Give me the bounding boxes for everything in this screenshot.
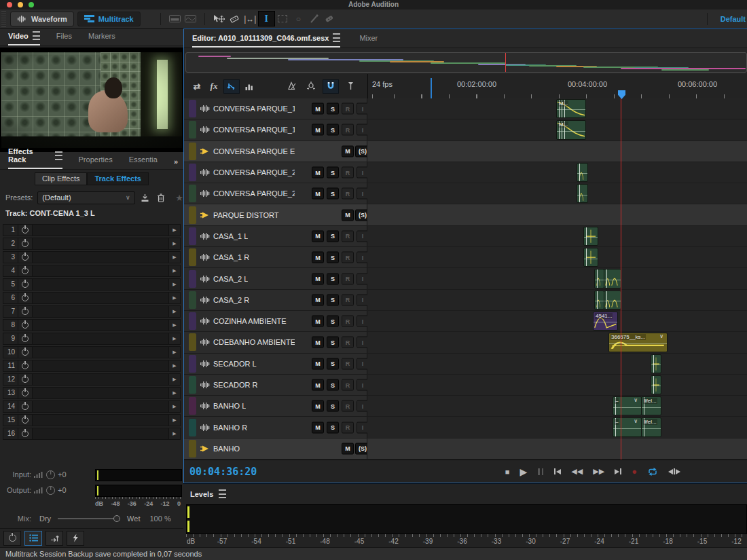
panel-menu-icon[interactable] (333, 33, 340, 42)
track-lane[interactable] (367, 375, 747, 395)
track-name[interactable]: CONVERSA PARQUE_2 L (213, 168, 295, 176)
slot-arrow-icon[interactable]: ▶ (168, 225, 180, 236)
slot-arrow-icon[interactable]: ▶ (168, 238, 180, 249)
effect-slot-field[interactable] (33, 428, 168, 439)
chevron-down-icon[interactable]: ∨ (634, 397, 638, 403)
track-name[interactable]: CASA_1 R (213, 253, 249, 261)
slot-arrow-icon[interactable]: ▶ (168, 279, 180, 290)
slot-arrow-icon[interactable]: ▶ (168, 333, 180, 344)
track-r-button[interactable]: R (342, 167, 354, 179)
track-name[interactable]: CONVERSA PARQUE_1 L (213, 105, 295, 113)
ibeam-tool[interactable]: I (258, 11, 275, 26)
track-header[interactable]: CASA_2 RMSRI (184, 290, 367, 310)
track-name[interactable]: BANHO L (213, 402, 246, 410)
slot-arrow-icon[interactable]: ▶ (168, 388, 180, 398)
input-gain-knob[interactable] (46, 470, 55, 479)
preset-select[interactable]: (Default) ∨ (37, 191, 134, 204)
track-r-button[interactable]: R (342, 422, 354, 433)
tab-effects-rack[interactable]: Effects Rack (8, 147, 62, 169)
power-icon[interactable] (18, 320, 33, 331)
track-m-button[interactable]: M (312, 124, 324, 136)
audio-clip[interactable]: lifel... (641, 396, 661, 415)
track-lane[interactable] (367, 247, 747, 267)
track-r-button[interactable]: R (342, 273, 354, 284)
track-m-button[interactable]: M (312, 103, 324, 115)
audio-clip[interactable]: –∨ (613, 417, 642, 436)
track-r-button[interactable]: R (342, 358, 354, 369)
track-m-button[interactable]: M (312, 252, 324, 263)
track-lane[interactable] (367, 162, 747, 183)
effect-slot[interactable]: 5▶ (3, 278, 181, 291)
pause-button[interactable] (537, 468, 544, 475)
track-name[interactable]: CDEBANHO AMBIENTE (213, 338, 295, 346)
track-s-button[interactable]: S (327, 316, 339, 327)
audio-clip[interactable]: 366575__ks...∨ (608, 333, 668, 352)
track-effects-button[interactable]: Track Effects (87, 172, 148, 185)
track-m-button[interactable]: M (312, 167, 324, 179)
effect-slot[interactable]: 15▶ (3, 414, 181, 426)
track-name[interactable]: CONVERSA PARQUE_2 R (213, 189, 295, 198)
panel-menu-icon[interactable] (55, 151, 62, 160)
video-preview[interactable] (0, 48, 183, 152)
track-m-button[interactable]: M (312, 230, 324, 242)
track-header[interactable]: CASA_1 RMSRI (184, 247, 367, 267)
power-icon[interactable] (18, 415, 33, 426)
track-header[interactable]: CASA_1 LMSRI (184, 226, 367, 246)
record-button[interactable]: ● (632, 466, 637, 477)
effect-slot-field[interactable] (33, 401, 168, 412)
track-lane[interactable] (367, 354, 747, 374)
move-tool[interactable] (211, 12, 227, 26)
track-header[interactable]: CONVERSA PARQUE_2 LMSRI (184, 162, 367, 183)
slot-arrow-icon[interactable]: ▶ (168, 360, 180, 371)
slot-arrow-icon[interactable]: ▶ (168, 293, 180, 303)
track-r-button[interactable]: R (342, 316, 354, 327)
track-r-button[interactable]: R (342, 103, 354, 115)
audio-clip[interactable] (651, 354, 661, 373)
effect-slot-field[interactable] (33, 293, 168, 303)
audio-clip[interactable]: lifel... (641, 417, 661, 436)
track-lane[interactable] (367, 226, 747, 246)
effect-slot[interactable]: 1▶ (3, 224, 181, 236)
effect-slot-field[interactable] (33, 225, 168, 236)
track-r-button[interactable]: R (342, 294, 354, 305)
effect-slot[interactable]: 8▶ (3, 319, 181, 331)
pre-render-icon[interactable] (45, 531, 63, 546)
effect-slot[interactable]: 14▶ (3, 400, 181, 413)
audio-clip[interactable] (651, 375, 661, 394)
power-icon[interactable] (18, 374, 33, 385)
tab-editor[interactable]: Editor: A010_10111309_C046.omf.sesx (192, 33, 340, 48)
track-m-button[interactable]: M (312, 188, 324, 200)
tab-files[interactable]: Files (56, 32, 72, 45)
effect-slot[interactable]: 11▶ (3, 360, 181, 372)
effect-slot-field[interactable] (33, 252, 168, 263)
mix-slider[interactable] (58, 518, 120, 519)
slot-arrow-icon[interactable]: ▶ (168, 306, 180, 317)
effect-slot[interactable]: 10▶ (3, 346, 181, 358)
track-s-button[interactable]: S (327, 252, 339, 263)
effect-slot-field[interactable] (33, 333, 168, 344)
loop-playback-button[interactable] (647, 467, 658, 477)
audio-clip[interactable] (577, 184, 588, 203)
metronome-icon[interactable] (285, 79, 299, 92)
panel-grip[interactable] (1, 12, 6, 26)
track-header[interactable]: CASA_2 LMSRI (184, 268, 367, 288)
power-icon[interactable] (18, 360, 33, 371)
go-to-end-button[interactable] (615, 468, 621, 474)
skip-selection-button[interactable] (668, 468, 680, 474)
track-s-button[interactable]: S (327, 167, 339, 179)
mix-slider-knob[interactable] (113, 515, 120, 522)
track-name[interactable]: CASA_1 L (213, 232, 248, 240)
brush-selection-tool[interactable] (306, 12, 322, 26)
audio-clip[interactable] (604, 291, 621, 310)
audio-clip[interactable] (604, 269, 621, 288)
track-header[interactable]: PARQUE DISTORTM(S) (184, 204, 367, 225)
skip-selection-icon[interactable] (304, 79, 318, 92)
lightning-icon[interactable] (67, 531, 84, 546)
save-preset-icon[interactable] (140, 191, 151, 204)
audio-clip[interactable] (577, 163, 588, 182)
tab-essential-sound[interactable]: Essentia (129, 155, 158, 169)
track-s-button[interactable]: S (327, 422, 339, 433)
track-header[interactable]: CONVERSA PARQUE_1 LMSRI (184, 98, 367, 119)
slot-arrow-icon[interactable]: ▶ (168, 415, 180, 426)
track-header[interactable]: SECADOR LMSRI (184, 354, 367, 374)
